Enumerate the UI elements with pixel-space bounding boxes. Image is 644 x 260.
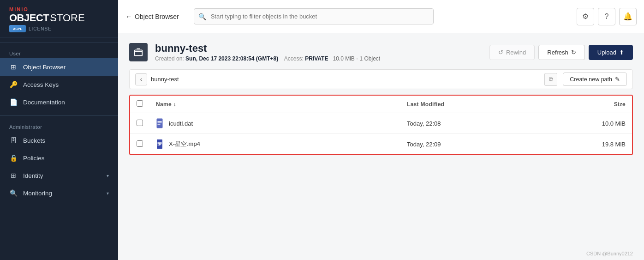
bucket-meta: Created on: Sun, Dec 17 2023 22:08:54 (G… (155, 55, 482, 62)
created-value: Sun, Dec 17 2023 22:08:54 (GMT+8) (185, 55, 278, 62)
table-body: icudtl.dat Today, 22:08 10.0 MiB (130, 113, 632, 155)
select-all-checkbox[interactable] (137, 100, 143, 107)
row1-checkbox[interactable] (137, 120, 143, 126)
row2-filename[interactable]: X-星空.mp4 (169, 140, 200, 148)
help-button[interactable]: ? (598, 8, 615, 25)
sidebar-item-policies-label: Policies (23, 155, 45, 162)
admin-section-label: Administrator (0, 121, 118, 132)
row2-size-cell: 19.8 MiB (526, 134, 632, 155)
row2-name-cell: X-星空.mp4 (149, 134, 400, 155)
sidebar-item-monitoring[interactable]: 🔍 Monitoring ▾ (0, 184, 118, 202)
row1-size-cell: 10.0 MiB (526, 113, 632, 134)
th-size: Size (526, 96, 632, 113)
upload-button[interactable]: Upload ⬆ (589, 45, 633, 60)
access-value: PRIVATE (305, 55, 328, 62)
row1-file-icon (156, 118, 165, 129)
logo-object-text: OBJECT (9, 12, 49, 24)
rewind-button[interactable]: ↺ Rewind (489, 45, 535, 60)
new-path-icon: ✎ (615, 76, 620, 83)
main-area: ← Object Browser 🔍 ⚙ ? 🔔 bunny-test (118, 0, 644, 260)
policies-icon: 🔒 (9, 154, 18, 162)
search-icon: 🔍 (198, 13, 206, 20)
rewind-icon: ↺ (498, 49, 503, 56)
row2-checkbox[interactable] (137, 140, 143, 147)
sidebar-item-documentation[interactable]: 📄 Documentation (0, 93, 118, 111)
th-checkbox (130, 96, 149, 113)
sidebar-divider-user (0, 42, 118, 42)
refresh-label: Refresh (547, 49, 568, 56)
sidebar-item-documentation-label: Documentation (23, 99, 65, 106)
sidebar-item-access-keys-label: Access Keys (23, 81, 59, 88)
sidebar-item-policies[interactable]: 🔒 Policies (0, 149, 118, 167)
logo-badge-img: AGPL (9, 25, 26, 32)
access-keys-icon: 🔑 (9, 80, 18, 89)
logo-area: MINIO OBJECT STORE AGPL LICENSE (0, 0, 118, 37)
logo-minio-text: MINIO (9, 6, 109, 12)
user-section-label: User (0, 47, 118, 58)
path-bar: ‹ bunny-test ⧉ Create new path ✎ (129, 69, 633, 89)
topbar-actions: ⚙ ? 🔔 (577, 8, 637, 25)
back-link[interactable]: ← Object Browser (125, 13, 179, 20)
row1-checkbox-cell (130, 113, 149, 134)
identity-icon: ⊞ (9, 171, 18, 180)
content-area: bunny-test Created on: Sun, Dec 17 2023 … (118, 33, 644, 249)
row2-file-icon (156, 139, 165, 150)
sidebar-item-access-keys[interactable]: 🔑 Access Keys (0, 76, 118, 93)
row2-modified-cell: Today, 22:09 (400, 134, 526, 155)
monitoring-icon: 🔍 (9, 189, 18, 197)
logo-badge-text: AGPL (13, 27, 22, 30)
logo-store-text: STORE (50, 12, 84, 24)
back-link-label: Object Browser (135, 13, 179, 20)
documentation-icon: 📄 (9, 98, 18, 106)
path-text: bunny-test (151, 76, 541, 83)
bucket-header: bunny-test Created on: Sun, Dec 17 2023 … (129, 42, 633, 62)
sidebar-divider-admin (0, 115, 118, 116)
monitoring-expand-icon: ▾ (107, 191, 109, 196)
refresh-icon: ↻ (571, 49, 576, 56)
row2-checkbox-cell (130, 134, 149, 155)
identity-expand-icon: ▾ (107, 173, 109, 178)
create-new-path-button[interactable]: Create new path ✎ (563, 73, 627, 86)
settings-button[interactable]: ⚙ (577, 8, 594, 25)
bell-button[interactable]: 🔔 (619, 8, 637, 25)
rewind-label: Rewind (506, 49, 526, 56)
upload-label: Upload (597, 49, 616, 56)
buckets-icon: 🗄 (9, 136, 18, 145)
svg-rect-2 (157, 119, 162, 128)
sort-arrow-icon: ↓ (173, 101, 176, 108)
sidebar-item-identity[interactable]: ⊞ Identity ▾ (0, 167, 118, 184)
bucket-header-actions: ↺ Rewind Refresh ↻ Upload ⬆ (489, 45, 633, 60)
footer-text: CSDN @Bunny0212 (586, 251, 633, 256)
logo-license-text: LICENSE (29, 26, 52, 31)
path-back-button[interactable]: ‹ (135, 73, 147, 85)
th-modified-label: Last Modified (407, 101, 444, 108)
access-label: Access: (284, 55, 304, 62)
search-bar: 🔍 (194, 8, 434, 24)
bucket-icon (129, 43, 148, 61)
row1-modified-cell: Today, 22:08 (400, 113, 526, 134)
object-browser-icon: ⊞ (9, 63, 18, 71)
sidebar-item-monitoring-label: Monitoring (23, 190, 52, 197)
copy-path-button[interactable]: ⧉ (544, 73, 557, 86)
file-table-wrapper: Name ↓ Last Modified Size (129, 95, 633, 155)
file-table: Name ↓ Last Modified Size (130, 96, 632, 154)
row1-name-cell: icudtl.dat (149, 113, 400, 134)
table-header: Name ↓ Last Modified Size (130, 96, 632, 113)
refresh-button[interactable]: Refresh ↻ (538, 45, 585, 60)
sidebar-item-object-browser[interactable]: ⊞ Object Browser (0, 58, 118, 76)
svg-rect-0 (135, 50, 143, 55)
table-row: icudtl.dat Today, 22:08 10.0 MiB (130, 113, 632, 134)
sidebar: MINIO OBJECT STORE AGPL LICENSE User ⊞ O… (0, 0, 118, 260)
th-name-label: Name (156, 101, 172, 108)
sidebar-item-object-browser-label: Object Browser (23, 64, 66, 71)
new-path-label: Create new path (570, 76, 612, 83)
search-input[interactable] (194, 8, 434, 24)
row1-filename[interactable]: icudtl.dat (169, 120, 193, 127)
topbar: ← Object Browser 🔍 ⚙ ? 🔔 (118, 0, 644, 33)
sidebar-item-identity-label: Identity (23, 172, 43, 179)
size-info: 10.0 MiB - 1 Object (333, 55, 380, 62)
bucket-name: bunny-test (155, 42, 482, 54)
sidebar-item-buckets[interactable]: 🗄 Buckets (0, 132, 118, 149)
th-name[interactable]: Name ↓ (149, 96, 400, 113)
created-label: Created on: (155, 55, 184, 62)
